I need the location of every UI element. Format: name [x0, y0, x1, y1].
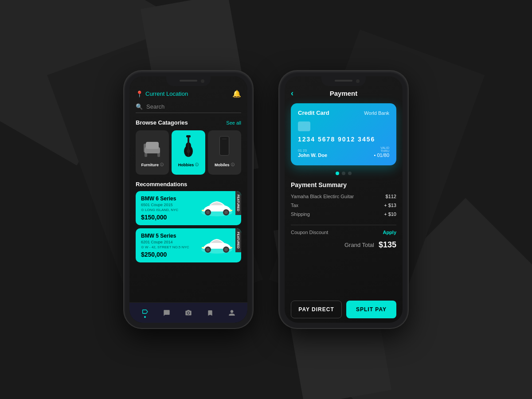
speaker-2	[335, 80, 352, 82]
svg-rect-4	[146, 142, 159, 149]
card-dot-2	[342, 172, 345, 175]
notch-1	[166, 76, 211, 86]
split-pay-button[interactable]: SPLIT PAY	[346, 301, 396, 318]
hobbies-label: Hobbies	[178, 163, 194, 167]
recommendations-title: Recommendations	[136, 181, 241, 188]
reco-card-bmw6[interactable]: BMW 6 Series 6501 Coupe 2015 ⊙ LONG ISLA…	[136, 191, 241, 225]
categories-see-all[interactable]: See all	[226, 120, 241, 125]
reco-bmw6-loc: ⊙ LONG ISLAND, NYC	[141, 208, 196, 212]
credit-card[interactable]: Credit Card World Bank 1234 5678 9012 34…	[291, 103, 396, 165]
furniture-label: Furniture	[141, 163, 159, 167]
grand-total-row: Grand Total $135	[291, 240, 396, 250]
reco-bmw6-sub: 6501 Coupe 2015	[141, 203, 196, 207]
phone-1: 📍 Current Location 🔔 🔍 Search Browse Cat…	[124, 71, 253, 328]
search-bar[interactable]: 🔍 Search	[136, 103, 241, 113]
summary-guitar-label: Yamaha Black Electirc Guitar	[291, 194, 354, 199]
coupon-label: Coupon Discount	[291, 230, 328, 235]
reco-bmw6-name: BMW 6 Series	[141, 196, 196, 202]
reco-bmw6-featured: FEATURED	[235, 191, 241, 215]
location-left: 📍 Current Location	[136, 90, 188, 98]
categories-title: Browse Catagories	[136, 119, 188, 126]
card-top-row: Credit Card World Bank	[298, 110, 389, 116]
card-dot-3	[348, 172, 352, 175]
reco-bmw5-loc-icon: ⊙	[141, 245, 144, 249]
card-valid-label: VALIDTHRU	[374, 146, 389, 153]
svg-point-24	[224, 248, 228, 251]
category-furniture[interactable]: Furniture ⓘ	[136, 130, 169, 175]
payment-header: ‹ Payment	[291, 90, 396, 97]
back-button[interactable]: ‹	[291, 89, 293, 98]
summary-guitar-value: $112	[386, 194, 396, 199]
search-icon: 🔍	[136, 103, 143, 110]
categories-list: Furniture ⓘ	[136, 130, 241, 175]
mobiles-info-icon: ⓘ	[231, 162, 235, 167]
nav-tag-dot	[144, 316, 146, 318]
phone-1-screen: 📍 Current Location 🔔 🔍 Search Browse Cat…	[129, 76, 247, 323]
payment-buttons: PAY DIRECT SPLIT PAY	[291, 301, 396, 318]
summary-divider	[291, 225, 396, 225]
hobbies-info-icon: ⓘ	[195, 162, 199, 167]
summary-tax-label: Tax	[291, 203, 298, 208]
mobiles-image	[208, 130, 241, 161]
card-number: 1234 5678 9012 3456	[298, 136, 389, 143]
phone-2-screen: ‹ Payment Credit Card World Bank 1234 56…	[285, 76, 403, 323]
reco-bmw5-loc: ⊙ W - 42, STREET NO.5 NYC	[141, 245, 196, 249]
summary-tax-value: + $13	[384, 203, 396, 208]
reco-bmw5-info: BMW 5 Series 6201 Coupe 2014 ⊙ W - 42, S…	[141, 233, 196, 258]
summary-shipping-value: + $10	[384, 211, 396, 217]
nav-bookmark[interactable]	[207, 309, 214, 317]
hobbies-image	[172, 130, 205, 161]
notch-2	[321, 76, 366, 86]
nav-profile[interactable]	[228, 309, 235, 317]
furniture-label-row: Furniture ⓘ	[136, 161, 169, 168]
category-mobiles[interactable]: Mobiles ⓘ	[208, 130, 241, 175]
svg-point-15	[206, 211, 210, 214]
mobiles-label: Mobiles	[215, 163, 230, 167]
mobiles-label-row: Mobiles ⓘ	[208, 161, 241, 168]
reco-bmw6-image	[196, 196, 236, 220]
phone-2: ‹ Payment Credit Card World Bank 1234 56…	[279, 71, 408, 328]
grand-total-value: $135	[379, 240, 396, 250]
reco-bmw6-price: $150,000	[141, 214, 196, 221]
apply-coupon-button[interactable]: Apply	[383, 230, 396, 235]
reco-bmw5-loc-text: W - 42, STREET NO.5 NYC	[145, 245, 189, 249]
recommendations-section: Recommendations BMW 6 Series 6501 Coupe …	[136, 181, 241, 262]
card-chip	[298, 121, 310, 131]
summary-shipping-label: Shipping	[291, 211, 310, 217]
location-label: Current Location	[145, 90, 188, 97]
nav-tag[interactable]	[141, 308, 149, 318]
reco-card-bmw5[interactable]: BMW 5 Series 6201 Coupe 2014 ⊙ W - 42, S…	[136, 228, 241, 262]
svg-point-12	[187, 149, 190, 153]
reco-bmw5-name: BMW 5 Series	[141, 233, 196, 239]
reco-bmw5-price: $250,000	[141, 251, 196, 258]
card-dots-indicator	[291, 172, 396, 175]
nav-camera[interactable]	[185, 309, 192, 317]
pay-direct-button[interactable]: PAY DIRECT	[291, 301, 342, 318]
coupon-row: Coupon Discount Apply	[291, 230, 396, 235]
hobbies-label-row: Hobbies ⓘ	[172, 161, 205, 168]
card-holder-name: John W. Doe	[298, 153, 327, 158]
category-hobbies[interactable]: Hobbies ⓘ	[172, 130, 205, 175]
phone1-content: 📍 Current Location 🔔 🔍 Search Browse Cat…	[129, 76, 247, 323]
notification-bell-icon[interactable]: 🔔	[232, 90, 241, 98]
speaker-1	[180, 80, 197, 82]
summary-row-tax: Tax + $13	[291, 203, 396, 208]
payment-title: Payment	[330, 90, 358, 97]
nav-chat[interactable]	[163, 309, 170, 317]
card-bank: World Bank	[364, 110, 389, 116]
search-placeholder: Search	[146, 103, 164, 110]
categories-header: Browse Catagories See all	[136, 119, 241, 126]
camera-1	[201, 79, 204, 83]
card-validity: VALIDTHRU • 01/80	[374, 146, 389, 158]
reco-bmw5-sub: 6201 Coupe 2014	[141, 240, 196, 244]
furniture-info-icon: ⓘ	[160, 162, 164, 167]
card-type: Credit Card	[298, 110, 329, 116]
furniture-image	[136, 130, 169, 161]
reco-bmw5-image	[196, 233, 236, 258]
card-bottom-row: 01 23 John W. Doe VALIDTHRU • 01/80	[298, 146, 389, 158]
svg-rect-25	[230, 247, 232, 248]
reco-bmw6-loc-text: LONG ISLAND, NYC	[145, 208, 178, 212]
reco-bmw5-featured: FEATURED	[235, 228, 241, 252]
card-expiry-label: 01 23	[298, 149, 327, 153]
card-valid-date: • 01/80	[374, 153, 389, 158]
